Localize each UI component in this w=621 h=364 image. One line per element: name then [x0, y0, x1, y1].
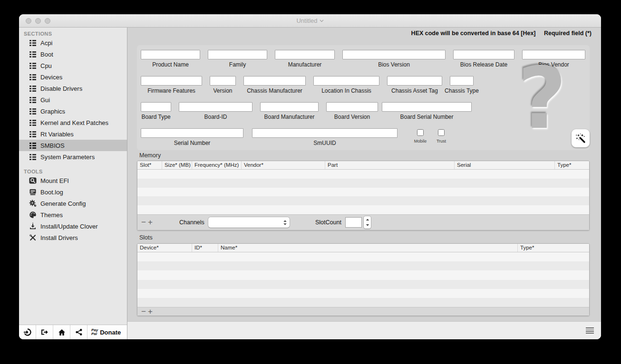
smuuid-field[interactable] [252, 128, 398, 138]
home-button[interactable] [53, 325, 70, 339]
column-header-frequency[interactable]: Frequency* (MHz) [192, 161, 242, 169]
list-icon [29, 62, 37, 69]
column-header-part[interactable]: Part [325, 161, 455, 169]
home-icon [58, 329, 66, 336]
field-label: Manufacturer [288, 61, 322, 68]
column-header-serial[interactable]: Serial [455, 161, 555, 169]
checkbox-label: Mobile [414, 139, 427, 144]
column-header-slot[interactable]: Slot* [137, 161, 162, 169]
window-title[interactable]: Untitled [19, 17, 601, 24]
export-config-button[interactable] [36, 325, 53, 339]
sidebar-item-system-parameters[interactable]: System Parameters [19, 151, 127, 163]
version-field[interactable] [210, 76, 236, 86]
column-header-type[interactable]: Type* [555, 161, 589, 169]
sidebar-item-boot-log[interactable]: Boot.log [19, 186, 127, 198]
field-label: Board Manufacturer [264, 114, 314, 120]
trust-checkbox[interactable] [438, 129, 445, 136]
bios-version-field[interactable] [342, 50, 446, 59]
sidebar-item-label: Boot [40, 51, 53, 58]
slots-add-row-button[interactable]: + [148, 307, 153, 316]
sidebar-item-generate-config[interactable]: Generate Config [19, 198, 127, 209]
field-label: Board-ID [204, 114, 227, 120]
title-bar[interactable]: Untitled [19, 14, 601, 28]
sidebar-item-disable-drivers[interactable]: Disable Drivers [19, 83, 127, 94]
sidebar-item-boot[interactable]: Boot [19, 48, 127, 60]
sidebar-item-label: Themes [40, 211, 63, 219]
sidebar-item-cpu[interactable]: Cpu [19, 60, 127, 71]
magic-fill-button[interactable] [572, 129, 590, 147]
location-in-chassis-field[interactable] [313, 76, 379, 86]
slots-table-header: Device* ID* Name* Type* [137, 244, 589, 252]
column-header-id[interactable]: ID* [192, 244, 218, 252]
slotcount-label: SlotCount [315, 219, 341, 226]
sidebar-item-themes[interactable]: Themes [19, 209, 127, 220]
sidebar-item-acpi[interactable]: Acpi [19, 37, 127, 48]
stepper-up-icon[interactable] [366, 217, 369, 222]
column-header-vendor[interactable]: Vendor* [242, 161, 325, 169]
board-type-field[interactable] [141, 102, 171, 112]
column-header-type[interactable]: Type* [518, 244, 589, 252]
sidebar-item-label: Graphics [40, 108, 65, 115]
stepper-down-icon[interactable] [366, 222, 369, 228]
crossed-tools-icon [29, 234, 37, 241]
list-icon [29, 96, 37, 104]
memory-table-header: Slot* Size* (MB) Frequency* (MHz) Vendor… [137, 161, 589, 170]
sidebar-item-gui[interactable]: Gui [19, 94, 127, 105]
donate-label: Donate [100, 329, 121, 336]
slotcount-stepper[interactable] [364, 216, 371, 229]
slots-table-body[interactable] [137, 252, 589, 307]
slotcount-input[interactable] [345, 217, 362, 228]
product-name-field[interactable] [141, 50, 200, 59]
memory-remove-row-button[interactable]: − [141, 218, 146, 226]
column-header-name[interactable]: Name* [218, 244, 518, 252]
field-label: SmUUID [313, 140, 336, 146]
sidebar-item-label: Gui [40, 96, 50, 104]
field-label: Chassis Type [445, 87, 479, 94]
board-manufacturer-field[interactable] [260, 102, 319, 112]
serial-number-field[interactable] [141, 128, 243, 138]
chevron-down-icon [320, 19, 324, 22]
memory-table-body[interactable] [137, 170, 589, 214]
chassis-manufacturer-field[interactable] [243, 76, 306, 86]
memory-table-footer: − + Channels SlotCount [137, 214, 589, 230]
column-header-size[interactable]: Size* (MB) [162, 161, 192, 169]
channels-select[interactable] [208, 217, 290, 228]
mobile-checkbox[interactable] [417, 129, 424, 136]
sidebar-item-devices[interactable]: Devices [19, 71, 127, 83]
chassis-type-field[interactable] [450, 76, 474, 86]
manufacturer-field[interactable] [275, 50, 335, 59]
slots-remove-row-button[interactable]: − [141, 307, 146, 316]
sidebar-item-kernel-and-kext-patches[interactable]: Kernel and Kext Patches [19, 117, 127, 128]
field-label: Chassis Manufacturer [247, 87, 302, 94]
field-label: Serial Number [174, 140, 211, 146]
firmware-features-field[interactable] [141, 76, 202, 86]
sidebar: SECTIONS Acpi Boot Cpu Devices Disable D… [19, 28, 127, 339]
chassis-asset-tag-field[interactable] [387, 76, 442, 86]
sidebar-item-smbios[interactable]: SMBIOS [19, 140, 127, 151]
board-id-field[interactable] [179, 102, 252, 112]
export-icon [40, 328, 49, 336]
family-field[interactable] [208, 50, 267, 59]
sections-header: SECTIONS [19, 29, 127, 37]
field-label: Location In Chassis [321, 87, 371, 94]
field-label: Family [229, 61, 246, 68]
sidebar-item-mount-efi[interactable]: Mount EFI [19, 175, 127, 186]
paypal-donate-button[interactable]: PayPal Donate [87, 325, 125, 339]
sidebar-item-install-update-clover[interactable]: Install/Update Clover [19, 220, 127, 232]
column-header-device[interactable]: Device* [137, 244, 192, 252]
menu-lines-icon[interactable] [586, 327, 594, 335]
sidebar-item-rt-variables[interactable]: Rt Variables [19, 128, 127, 140]
sidebar-item-label: Cpu [40, 62, 52, 69]
memory-table: Slot* Size* (MB) Frequency* (MHz) Vendor… [137, 161, 590, 230]
sidebar-item-label: Kernel and Kext Patches [40, 119, 108, 126]
board-serial-number-field[interactable] [382, 102, 472, 112]
share-button[interactable] [70, 325, 87, 339]
sidebar-item-install-drivers[interactable]: Install Drivers [19, 232, 127, 243]
memory-add-row-button[interactable]: + [148, 218, 153, 226]
header-notes: HEX code will be converted in base 64 [H… [411, 30, 592, 37]
import-config-button[interactable] [19, 325, 36, 339]
field-label: Board Type [141, 114, 170, 120]
sidebar-item-label: Devices [40, 74, 62, 81]
sidebar-item-graphics[interactable]: Graphics [19, 105, 127, 117]
board-version-field[interactable] [326, 102, 378, 112]
